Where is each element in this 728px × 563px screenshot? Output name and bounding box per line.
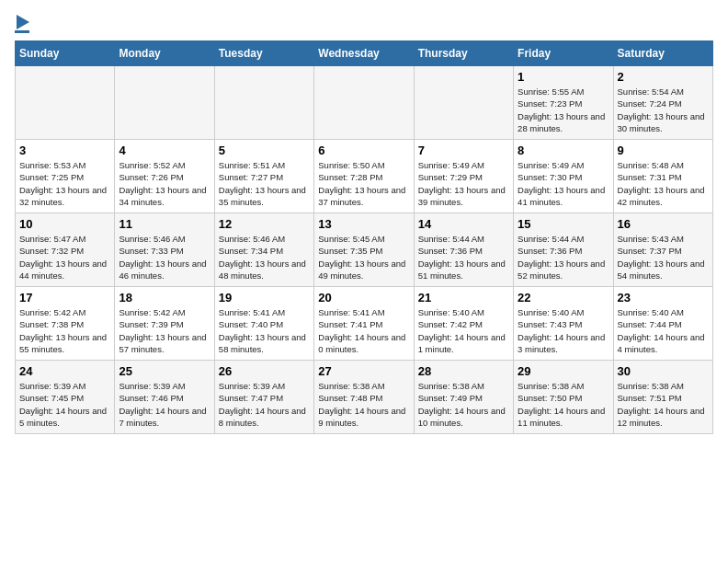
calendar-cell: 10Sunrise: 5:47 AMSunset: 7:32 PMDayligh… <box>16 213 115 287</box>
page-header <box>15 15 713 33</box>
day-number: 23 <box>618 291 709 304</box>
calendar-cell: 14Sunrise: 5:44 AMSunset: 7:36 PMDayligh… <box>414 213 513 287</box>
day-info: Sunrise: 5:42 AMSunset: 7:39 PMDaylight:… <box>119 306 210 355</box>
day-info: Sunrise: 5:49 AMSunset: 7:29 PMDaylight:… <box>418 159 509 208</box>
calendar-week-row: 10Sunrise: 5:47 AMSunset: 7:32 PMDayligh… <box>16 213 713 287</box>
day-number: 28 <box>418 364 509 378</box>
day-number: 15 <box>518 217 609 231</box>
weekday-header-friday: Friday <box>514 41 613 66</box>
calendar-cell: 28Sunrise: 5:38 AMSunset: 7:49 PMDayligh… <box>414 361 513 434</box>
day-number: 2 <box>618 70 709 84</box>
day-number: 4 <box>119 144 210 157</box>
day-info: Sunrise: 5:54 AMSunset: 7:24 PMDaylight:… <box>618 86 709 134</box>
calendar-cell: 24Sunrise: 5:39 AMSunset: 7:45 PMDayligh… <box>16 361 115 434</box>
logo-arrow-icon <box>17 15 29 29</box>
calendar-cell: 9Sunrise: 5:48 AMSunset: 7:31 PMDaylight… <box>613 140 712 213</box>
calendar-cell: 20Sunrise: 5:41 AMSunset: 7:41 PMDayligh… <box>314 287 414 361</box>
day-info: Sunrise: 5:45 AMSunset: 7:35 PMDaylight:… <box>318 233 409 282</box>
calendar-cell: 6Sunrise: 5:50 AMSunset: 7:28 PMDaylight… <box>314 140 414 213</box>
day-info: Sunrise: 5:50 AMSunset: 7:28 PMDaylight:… <box>318 159 409 208</box>
calendar-cell: 16Sunrise: 5:43 AMSunset: 7:37 PMDayligh… <box>613 213 712 287</box>
day-info: Sunrise: 5:46 AMSunset: 7:34 PMDaylight:… <box>219 233 310 282</box>
calendar-cell: 30Sunrise: 5:38 AMSunset: 7:51 PMDayligh… <box>613 361 712 434</box>
day-number: 3 <box>19 144 110 157</box>
calendar-cell: 7Sunrise: 5:49 AMSunset: 7:29 PMDaylight… <box>414 140 513 213</box>
calendar-cell: 25Sunrise: 5:39 AMSunset: 7:46 PMDayligh… <box>115 361 214 434</box>
day-number: 7 <box>418 144 509 157</box>
day-number: 11 <box>119 217 210 231</box>
calendar-cell: 12Sunrise: 5:46 AMSunset: 7:34 PMDayligh… <box>214 213 313 287</box>
calendar-cell: 23Sunrise: 5:40 AMSunset: 7:44 PMDayligh… <box>613 287 712 361</box>
day-info: Sunrise: 5:39 AMSunset: 7:47 PMDaylight:… <box>219 380 310 429</box>
day-info: Sunrise: 5:41 AMSunset: 7:40 PMDaylight:… <box>219 306 310 355</box>
calendar-cell: 18Sunrise: 5:42 AMSunset: 7:39 PMDayligh… <box>115 287 214 361</box>
day-number: 22 <box>518 291 609 304</box>
weekday-header-sunday: Sunday <box>16 41 115 66</box>
calendar-cell: 29Sunrise: 5:38 AMSunset: 7:50 PMDayligh… <box>514 361 613 434</box>
day-info: Sunrise: 5:38 AMSunset: 7:50 PMDaylight:… <box>518 380 609 429</box>
day-info: Sunrise: 5:40 AMSunset: 7:43 PMDaylight:… <box>518 306 609 355</box>
day-info: Sunrise: 5:40 AMSunset: 7:44 PMDaylight:… <box>618 306 709 355</box>
day-number: 5 <box>219 144 310 157</box>
logo <box>15 15 29 33</box>
weekday-header-saturday: Saturday <box>613 41 712 66</box>
day-info: Sunrise: 5:41 AMSunset: 7:41 PMDaylight:… <box>318 306 409 355</box>
calendar-cell: 3Sunrise: 5:53 AMSunset: 7:25 PMDaylight… <box>16 140 115 213</box>
day-info: Sunrise: 5:44 AMSunset: 7:36 PMDaylight:… <box>518 233 609 282</box>
day-number: 25 <box>119 364 210 378</box>
day-number: 17 <box>19 291 110 304</box>
calendar-cell: 1Sunrise: 5:55 AMSunset: 7:23 PMDaylight… <box>514 66 613 140</box>
calendar-cell: 13Sunrise: 5:45 AMSunset: 7:35 PMDayligh… <box>314 213 414 287</box>
calendar-cell: 22Sunrise: 5:40 AMSunset: 7:43 PMDayligh… <box>514 287 613 361</box>
day-number: 8 <box>518 144 609 157</box>
day-number: 20 <box>318 291 409 304</box>
calendar-header: SundayMondayTuesdayWednesdayThursdayFrid… <box>16 41 713 66</box>
day-info: Sunrise: 5:52 AMSunset: 7:26 PMDaylight:… <box>119 159 210 208</box>
day-info: Sunrise: 5:38 AMSunset: 7:51 PMDaylight:… <box>618 380 709 429</box>
day-number: 1 <box>518 70 609 84</box>
calendar-body: 1Sunrise: 5:55 AMSunset: 7:23 PMDaylight… <box>16 66 713 434</box>
day-info: Sunrise: 5:43 AMSunset: 7:37 PMDaylight:… <box>618 233 709 282</box>
day-info: Sunrise: 5:51 AMSunset: 7:27 PMDaylight:… <box>219 159 310 208</box>
calendar-cell <box>16 66 115 140</box>
day-info: Sunrise: 5:47 AMSunset: 7:32 PMDaylight:… <box>19 233 110 282</box>
day-number: 30 <box>618 364 709 378</box>
weekday-header-row: SundayMondayTuesdayWednesdayThursdayFrid… <box>16 41 713 66</box>
day-number: 12 <box>219 217 310 231</box>
day-number: 16 <box>618 217 709 231</box>
calendar-cell: 27Sunrise: 5:38 AMSunset: 7:48 PMDayligh… <box>314 361 414 434</box>
calendar-week-row: 3Sunrise: 5:53 AMSunset: 7:25 PMDaylight… <box>16 140 713 213</box>
day-number: 18 <box>119 291 210 304</box>
calendar-cell: 17Sunrise: 5:42 AMSunset: 7:38 PMDayligh… <box>16 287 115 361</box>
day-info: Sunrise: 5:38 AMSunset: 7:48 PMDaylight:… <box>318 380 409 429</box>
day-info: Sunrise: 5:48 AMSunset: 7:31 PMDaylight:… <box>618 159 709 208</box>
day-info: Sunrise: 5:55 AMSunset: 7:23 PMDaylight:… <box>518 86 609 134</box>
day-number: 9 <box>618 144 709 157</box>
logo-underline <box>15 30 29 33</box>
calendar-cell: 4Sunrise: 5:52 AMSunset: 7:26 PMDaylight… <box>115 140 214 213</box>
calendar-cell: 11Sunrise: 5:46 AMSunset: 7:33 PMDayligh… <box>115 213 214 287</box>
weekday-header-tuesday: Tuesday <box>214 41 313 66</box>
day-number: 10 <box>19 217 110 231</box>
day-number: 6 <box>318 144 409 157</box>
calendar-cell: 8Sunrise: 5:49 AMSunset: 7:30 PMDaylight… <box>514 140 613 213</box>
day-info: Sunrise: 5:49 AMSunset: 7:30 PMDaylight:… <box>518 159 609 208</box>
day-info: Sunrise: 5:44 AMSunset: 7:36 PMDaylight:… <box>418 233 509 282</box>
calendar-cell <box>115 66 214 140</box>
day-number: 27 <box>318 364 409 378</box>
calendar-cell: 26Sunrise: 5:39 AMSunset: 7:47 PMDayligh… <box>214 361 313 434</box>
day-info: Sunrise: 5:39 AMSunset: 7:45 PMDaylight:… <box>19 380 110 429</box>
day-info: Sunrise: 5:40 AMSunset: 7:42 PMDaylight:… <box>418 306 509 355</box>
day-number: 14 <box>418 217 509 231</box>
calendar-cell <box>414 66 513 140</box>
calendar-week-row: 1Sunrise: 5:55 AMSunset: 7:23 PMDaylight… <box>16 66 713 140</box>
day-info: Sunrise: 5:46 AMSunset: 7:33 PMDaylight:… <box>119 233 210 282</box>
calendar-cell <box>214 66 313 140</box>
calendar-cell: 15Sunrise: 5:44 AMSunset: 7:36 PMDayligh… <box>514 213 613 287</box>
day-info: Sunrise: 5:38 AMSunset: 7:49 PMDaylight:… <box>418 380 509 429</box>
calendar-table: SundayMondayTuesdayWednesdayThursdayFrid… <box>15 40 713 434</box>
day-number: 21 <box>418 291 509 304</box>
calendar-cell <box>314 66 414 140</box>
weekday-header-wednesday: Wednesday <box>314 41 414 66</box>
calendar-cell: 2Sunrise: 5:54 AMSunset: 7:24 PMDaylight… <box>613 66 712 140</box>
